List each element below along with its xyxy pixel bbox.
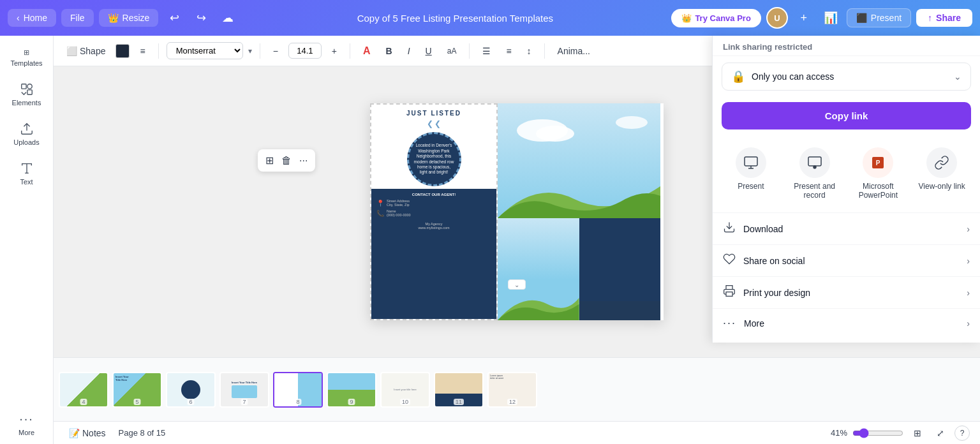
cloud-save-button[interactable]: ☁ xyxy=(217,7,239,29)
text-color-button[interactable]: A xyxy=(358,43,376,59)
more-row[interactable]: ··· More › xyxy=(713,308,980,337)
panel-overlay xyxy=(579,301,661,320)
sidebar-item-elements[interactable]: Elements xyxy=(0,75,53,114)
thumb-9[interactable]: 9 xyxy=(327,372,376,408)
copy-link-button[interactable]: Copy link xyxy=(722,102,971,130)
font-case-button[interactable]: aA xyxy=(442,44,462,58)
view-link-action[interactable]: View-only link xyxy=(912,142,971,205)
line-spacing-button[interactable]: ↕ xyxy=(522,43,537,59)
italic-button[interactable]: I xyxy=(403,43,415,59)
home-button[interactable]: ‹ Home xyxy=(8,9,56,27)
lock-icon: 🔒 xyxy=(731,70,745,84)
avatar[interactable]: U xyxy=(766,7,788,29)
delete-button[interactable]: 🗑 xyxy=(279,152,294,169)
zoom-slider[interactable] xyxy=(852,428,903,438)
chevron-left-icon: ‹ xyxy=(17,13,20,23)
redo-button[interactable]: ↪ xyxy=(190,7,212,29)
thumb-12[interactable]: Lorem ipsumdolor sit amet 12 xyxy=(487,372,537,408)
print-row[interactable]: Print your design › xyxy=(713,276,980,308)
sidebar-item-text[interactable]: Text xyxy=(0,154,53,193)
sidebar-item-templates[interactable]: ⊞ Templates xyxy=(0,41,53,75)
divider-4 xyxy=(469,43,470,59)
access-label: Only you can access xyxy=(752,71,834,82)
sidebar-item-uploads[interactable]: Uploads xyxy=(0,114,53,154)
float-toolbar: ⊞ 🗑 ··· xyxy=(258,149,315,172)
share-social-row-left: Share on social xyxy=(723,253,805,269)
thumb-11[interactable]: 11 xyxy=(434,372,484,408)
present-record-label: Present and record xyxy=(791,182,839,200)
thumb-10[interactable]: Insert your title here 10 xyxy=(380,372,430,408)
add-account-button[interactable]: + xyxy=(793,7,815,29)
undo-button[interactable]: ↩ xyxy=(163,7,185,29)
more-options-button[interactable]: ··· xyxy=(297,152,310,169)
download-label: Download xyxy=(743,224,783,234)
shape-icon: ⬜ xyxy=(66,46,77,56)
thumb-4[interactable]: 4 xyxy=(59,372,108,408)
collapse-strip-button[interactable]: ⌄ xyxy=(508,279,526,290)
text-label: Text xyxy=(20,178,33,186)
analytics-button[interactable]: 📊 xyxy=(820,7,842,29)
notes-label: Notes xyxy=(82,428,106,438)
thumb-num-8: 8 xyxy=(294,399,301,405)
shape-button[interactable]: ⬜ Shape xyxy=(61,43,110,59)
list-button[interactable]: ≡ xyxy=(501,43,516,59)
align-button[interactable]: ☰ xyxy=(477,43,496,59)
color-swatch[interactable] xyxy=(115,44,130,58)
present-action[interactable]: Present xyxy=(722,142,780,205)
divider-5 xyxy=(544,43,545,59)
bold-button[interactable]: B xyxy=(381,43,397,59)
elements-label: Elements xyxy=(12,99,41,107)
present-button[interactable]: ⬛ Present xyxy=(847,8,911,27)
font-selector[interactable]: Montserrat xyxy=(167,42,243,59)
more-icon: ··· xyxy=(19,411,34,426)
bottom-left-panel xyxy=(498,218,579,320)
share-social-row[interactable]: Share on social › xyxy=(713,244,980,276)
present-record-action[interactable]: Present and record xyxy=(785,142,844,205)
print-icon xyxy=(723,285,736,300)
svg-point-8 xyxy=(813,166,816,168)
font-size-decrease[interactable]: − xyxy=(268,43,283,59)
file-button[interactable]: File xyxy=(61,9,94,27)
sidebar-item-more[interactable]: ··· More xyxy=(0,404,53,444)
thumb-6[interactable]: 6 xyxy=(166,372,216,408)
agency-text: My Agencywww.mylistings.com xyxy=(376,222,491,230)
lines-button[interactable]: ≡ xyxy=(135,43,150,59)
powerpoint-action[interactable]: P Microsoft PowerPoint xyxy=(849,142,908,205)
bottombar-left: 📝 Notes Page 8 of 15 xyxy=(64,426,165,441)
font-size-input[interactable] xyxy=(288,43,322,59)
download-row[interactable]: Download › xyxy=(713,212,980,244)
text-color-icon: A xyxy=(363,45,371,57)
access-dropdown[interactable]: 🔒 Only you can access ⌄ xyxy=(722,63,971,91)
powerpoint-label: Microsoft PowerPoint xyxy=(854,182,903,200)
svg-text:P: P xyxy=(876,159,880,166)
notes-button[interactable]: 📝 Notes xyxy=(64,426,111,441)
share-button[interactable]: ↑ Share xyxy=(916,9,972,27)
shape-label: Shape xyxy=(80,46,105,56)
thumb-5[interactable]: Insert YourTitle Here 5 xyxy=(112,372,162,408)
bottombar-right: 41% ⊞ ⤢ ? xyxy=(831,426,970,441)
arrow-decoration: ❮❮ xyxy=(371,118,496,130)
resize-button[interactable]: 👑 Resize xyxy=(99,9,159,27)
try-canva-pro-button[interactable]: 👑 Try Canva Pro xyxy=(671,9,761,27)
document-title: Copy of 5 Free Listing Presentation Temp… xyxy=(244,13,666,24)
view-link-label: View-only link xyxy=(919,182,965,191)
help-button[interactable]: ? xyxy=(954,426,970,441)
font-size-increase[interactable]: + xyxy=(327,43,342,59)
animate-button[interactable]: Anima... xyxy=(553,43,595,59)
print-chevron-icon: › xyxy=(967,288,970,298)
thumb-8[interactable]: 8 xyxy=(273,372,323,408)
slide-left: JUST LISTED ❮❮ Located in Denver's Washi… xyxy=(370,103,498,320)
share-panel: Link sharing restricted 🔒 Only you can a… xyxy=(712,36,980,343)
group-button[interactable]: ⊞ xyxy=(263,152,276,169)
fullscreen-button[interactable]: ⤢ xyxy=(932,426,949,441)
grid-view-button[interactable]: ⊞ xyxy=(909,426,926,441)
svg-rect-6 xyxy=(745,157,757,166)
thumb-num-9: 9 xyxy=(348,399,355,405)
thumb-num-4: 4 xyxy=(80,399,87,405)
cloud-2 xyxy=(536,126,574,142)
crown-icon: 👑 xyxy=(108,13,119,23)
bottom-bar: 📝 Notes Page 8 of 15 41% ⊞ ⤢ ? xyxy=(54,421,980,444)
underline-button[interactable]: U xyxy=(420,43,437,59)
thumb-num-6: 6 xyxy=(187,399,194,405)
thumb-7[interactable]: Insert Your Title Here 7 xyxy=(219,372,269,408)
